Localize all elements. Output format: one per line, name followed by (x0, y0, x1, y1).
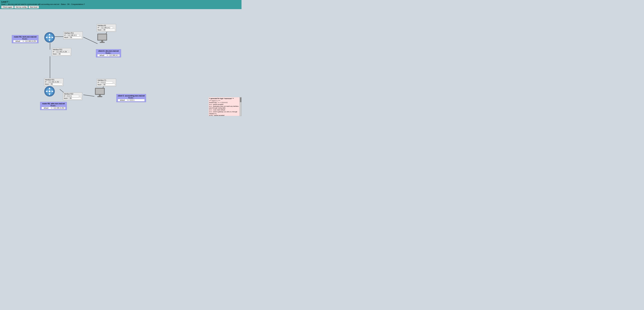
computer-c-icon (94, 88, 107, 100)
interface-c1-ip-value: 0.0.0.2 (100, 82, 113, 84)
check-again-button[interactable]: Check again (1, 6, 14, 8)
interface-r12-ip-value: 112.198.14.254 (56, 51, 68, 53)
svg-rect-12 (100, 42, 104, 43)
router-r2-route-key: default (42, 107, 50, 109)
interface-c1-ip-row: IP : 0.0.0.2 (98, 82, 115, 84)
interface-r12-ip-label: IP : (53, 51, 55, 53)
interface-r11-mask-label: Mask : (64, 37, 69, 38)
button-row: Check again Get my config Next level (1, 6, 240, 8)
router-r2-routes-title: Routes : (42, 105, 66, 106)
router-r1-name: router R1: tech.non-real.net (13, 36, 37, 38)
client-c-name: client C: accounting.non-real.net (118, 95, 145, 97)
router-r1-route-key: default (14, 40, 22, 42)
router-r1-route-arrow: => (22, 40, 24, 42)
svg-rect-11 (102, 40, 103, 42)
interface-c1-mask-label: Mask : (98, 84, 102, 86)
router-r1-route-row: default => 112.198.14.253 (13, 40, 37, 42)
interface-r22-ip-row: IP : 0.0.0.1 (64, 95, 81, 97)
interface-r22-title: Interface R22 (64, 93, 81, 95)
interface-a1-mask-value: /30 (102, 29, 115, 31)
interface-a1-box: Interface A1 IP : 112.198.14.2 Mask : /3… (97, 24, 116, 32)
interface-a1-mask-row: Mask : /30 (98, 29, 115, 31)
svg-rect-10 (98, 34, 106, 40)
header: Level 7 : Goal 1 : dev.non-real.net need… (0, 0, 242, 9)
interface-c1-mask-value: /30 (102, 84, 115, 86)
interface-r22-mask-label: Mask : (64, 98, 68, 99)
svg-line-6 (60, 89, 64, 92)
log-line-3: on A : packet accepted (209, 104, 241, 106)
interface-r21-ip-label: IP : (45, 81, 47, 83)
interface-r12-mask-row: Mask : /30 (53, 53, 70, 55)
router-r2-box: router R2: adm.non-real.net Routes : def… (40, 102, 67, 110)
client-c-routes-title: Routes : (118, 97, 145, 99)
interface-r21-ip-row: IP : 112.198.14.253 (45, 81, 62, 83)
interface-r21-mask-row: Mask : /30 (45, 83, 62, 85)
log-scrollbar-thumb[interactable] (240, 98, 242, 102)
interface-r22-box: Interface R22 IP : 0.0.0.1 Mask : /30 (63, 92, 82, 100)
interface-a1-ip-row: IP : 112.198.14.2 (98, 27, 115, 29)
interface-r22-mask-row: Mask : /30 (64, 97, 81, 99)
log-panel: ** generated for login "mannouao" ** ***… (208, 97, 242, 116)
interface-a1-ip-value: 112.198.14.2 (100, 27, 113, 29)
client-a-route-key: default (98, 54, 106, 56)
interface-r11-mask-value: /30 (69, 36, 82, 38)
router-r1-box: router R1: tech.non-real.net Routes : de… (12, 35, 38, 43)
interface-c1-box: Interface C1 IP : 0.0.0.2 Mask : /30 (97, 79, 116, 86)
client-a-route-val: 112.198.14.1 (109, 54, 118, 56)
interface-r21-mask-label: Mask : (45, 83, 50, 85)
interface-a1-ip-label: IP : (98, 27, 100, 28)
interface-r22-ip-label: IP : (64, 95, 66, 97)
interface-r21-ip-value: 112.198.14.253 (48, 81, 60, 83)
router-r2-route-val: 112.198.14.254 (54, 107, 64, 109)
client-a-route-row: default => 112.198.14.1 (97, 54, 120, 56)
network-canvas: Interface A1 IP : 112.198.14.2 Mask : /3… (0, 9, 242, 116)
log-line-1: **** Goal :D 1 **** (209, 100, 241, 102)
interface-r11-ip-value: 112.198.14.1 (67, 34, 80, 36)
client-a-routes-title: Routes : (97, 52, 120, 54)
client-a-box: client A: dev.non-real.net Routes : defa… (96, 49, 121, 58)
client-c-route-arrow: => (127, 99, 129, 101)
svg-rect-29 (99, 95, 100, 96)
interface-r11-title: Interface R11 (64, 32, 82, 34)
interface-r22-ip-value: 0.0.0.1 (66, 95, 79, 97)
interface-r11-box: Interface R11 IP : 112.198.14.1 Mask : /… (63, 32, 83, 39)
client-a-route-arrow: => (106, 54, 108, 56)
interface-a1-title: Interface A1 (98, 25, 115, 26)
goal-italic1: dev.non-real.net (8, 3, 20, 5)
interface-c1-title: Interface C1 (98, 80, 115, 81)
interface-r21-box: Interface R21 IP : 112.198.14.253 Mask :… (44, 78, 63, 86)
interface-r21-title: Interface R21 (45, 79, 62, 81)
log-scrollbar[interactable] (240, 97, 242, 116)
svg-rect-30 (98, 96, 102, 97)
router-r1-icon (44, 32, 55, 43)
log-line-4: on A : destination does not match any in… (209, 106, 241, 109)
router-r2-route-arrow: => (51, 107, 53, 109)
next-level-button[interactable]: Next level (28, 6, 39, 8)
interface-r21-mask-value: /30 (50, 83, 62, 85)
svg-point-19 (48, 36, 50, 38)
interface-r11-mask-row: Mask : /30 (64, 36, 82, 38)
client-c-box: client C: accounting.non-real.net Routes… (116, 94, 146, 102)
svg-point-26 (48, 90, 50, 92)
client-c-route-key: default (118, 99, 126, 101)
interface-r12-mask-value: /30 (58, 53, 70, 55)
interface-r12-box: Interface R12 IP : 112.198.14.254 Mask :… (52, 48, 71, 56)
router-r2-name: router R2: adm.non-real.net (42, 103, 66, 104)
router-r2-icon (44, 86, 55, 97)
interface-r12-ip-row: IP : 112.198.14.254 (53, 51, 70, 53)
level-title: Level 7 : (1, 1, 240, 3)
svg-line-7 (83, 95, 94, 96)
svg-line-1 (83, 37, 98, 44)
interface-r12-mask-label: Mask : (53, 53, 58, 55)
interface-r22-mask-value: /30 (69, 97, 81, 99)
router-r1-route-val: 112.198.14.253 (25, 40, 36, 42)
log-line-5: on A : route match default (209, 109, 241, 111)
svg-rect-28 (96, 89, 104, 94)
log-header: ** generated for login "mannouao" ** (209, 98, 241, 100)
client-a-name: client A: dev.non-real.net (97, 50, 120, 52)
computer-a-icon (97, 34, 109, 45)
interface-r11-ip-label: IP : (64, 34, 67, 36)
get-config-button[interactable]: Get my config (14, 6, 28, 8)
goal-text: Goal 1 : dev.non-real.net need to commun… (1, 3, 240, 5)
interface-r12-title: Interface R12 (53, 49, 70, 50)
